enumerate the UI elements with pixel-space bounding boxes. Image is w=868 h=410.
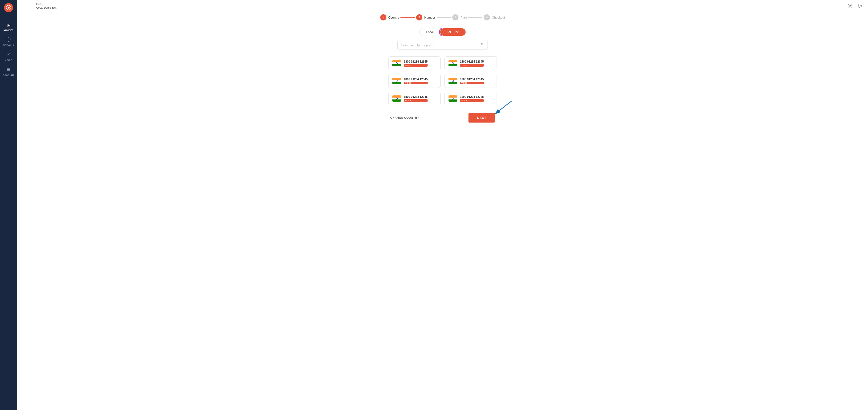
svg-rect-5 xyxy=(7,70,10,71)
svg-point-12 xyxy=(484,45,484,45)
card-badge-2: voice xyxy=(404,82,428,84)
next-button[interactable]: NEXT xyxy=(468,113,495,122)
logout-icon[interactable] xyxy=(857,2,864,11)
search-bar xyxy=(397,41,488,50)
card-badge-1: voice xyxy=(460,64,484,67)
sidebar-item-voice-label: Voice xyxy=(5,59,12,61)
connector-3 xyxy=(468,17,482,18)
step-plan: 3 Plan xyxy=(452,14,467,21)
step-label-number: Number xyxy=(424,16,435,19)
connector-1 xyxy=(400,17,415,18)
flag-india-0 xyxy=(392,60,401,66)
account-icon xyxy=(6,67,11,73)
svg-point-15 xyxy=(484,46,484,46)
flag-india-1 xyxy=(448,60,457,66)
card-badge-0: voice xyxy=(404,64,428,67)
greeting-hello: Hello, xyxy=(36,2,56,6)
sidebar: ⊞ Number Firewall Voice xyxy=(0,0,17,410)
card-number-2: 1800 91234 12345 xyxy=(404,78,428,81)
card-number-5: 1800 91234 12345 xyxy=(460,95,484,98)
card-number-0: 1800 91234 12345 xyxy=(404,60,428,63)
svg-point-13 xyxy=(481,46,482,46)
stepper: ✓ Country 2 Number 3 Plan 4 Checkout xyxy=(380,14,505,21)
svg-point-6 xyxy=(849,5,850,6)
svg-point-14 xyxy=(483,46,483,46)
card-info-0: 1800 91234 12345 voice xyxy=(404,60,428,67)
phone-card-2[interactable]: 1800 91234 12345 voice xyxy=(388,74,441,88)
card-info-2: 1800 91234 12345 voice xyxy=(404,78,428,84)
step-number: 2 Number xyxy=(416,14,435,21)
phone-card-0[interactable]: 1800 91234 12345 voice xyxy=(388,56,441,70)
next-button-container: NEXT xyxy=(468,113,495,122)
card-badge-5: voice xyxy=(460,99,484,102)
card-info-5: 1800 91234 12345 voice xyxy=(460,95,484,102)
sidebar-item-firewall-label: Firewall xyxy=(3,44,14,47)
settings-icon[interactable] xyxy=(846,2,854,11)
toggle-group: Local Toll-Free xyxy=(419,28,466,36)
flag-india-3 xyxy=(448,78,457,84)
phone-card-4[interactable]: 1800 91234 12345 voice xyxy=(388,92,441,106)
sidebar-item-number[interactable]: ⊞ Number xyxy=(0,19,17,34)
flag-india-4 xyxy=(392,95,401,101)
step-label-plan: Plan xyxy=(460,16,467,19)
svg-rect-3 xyxy=(7,68,10,68)
grid-icon[interactable] xyxy=(481,43,485,48)
sidebar-item-account[interactable]: Account xyxy=(0,64,17,79)
sidebar-item-firewall[interactable]: Firewall xyxy=(0,34,17,49)
card-info-3: 1800 91234 12345 voice xyxy=(460,78,484,84)
svg-point-2 xyxy=(8,53,9,55)
sidebar-item-account-label: Account xyxy=(3,74,14,77)
svg-point-10 xyxy=(481,45,482,45)
search-input[interactable] xyxy=(400,43,479,47)
step-circle-checkout: 4 xyxy=(484,14,490,21)
svg-point-9 xyxy=(484,43,484,44)
voice-icon xyxy=(6,52,11,58)
card-badge-3: voice xyxy=(460,82,484,84)
number-icon: ⊞ xyxy=(7,22,11,28)
sidebar-logo xyxy=(0,0,17,15)
logo-icon xyxy=(4,3,13,12)
card-info-4: 1800 91234 12345 voice xyxy=(404,95,428,102)
sidebar-item-number-label: Number xyxy=(4,29,14,31)
phone-cards-grid: 1800 91234 12345 voice 1800 91234 12345 … xyxy=(388,56,497,106)
flag-india-5 xyxy=(448,95,457,101)
card-number-4: 1800 91234 12345 xyxy=(404,95,428,98)
firewall-icon xyxy=(6,37,11,43)
step-circle-number: 2 xyxy=(416,14,422,21)
main-content: Hello, Gobal-Demo Test ✓ Country 2 Numbe… xyxy=(17,0,868,410)
card-info-1: 1800 91234 12345 voice xyxy=(460,60,484,67)
toggle-tollfree[interactable]: Toll-Free xyxy=(440,28,466,36)
svg-point-1 xyxy=(8,7,9,8)
user-greeting: Hello, Gobal-Demo Test xyxy=(36,2,56,10)
phone-card-1[interactable]: 1800 91234 12345 voice xyxy=(444,56,497,70)
step-country: ✓ Country xyxy=(380,14,399,21)
card-number-1: 1800 91234 12345 xyxy=(460,60,484,63)
svg-rect-4 xyxy=(7,69,10,70)
step-checkout: 4 Checkout xyxy=(484,14,505,21)
sidebar-nav: ⊞ Number Firewall Voice xyxy=(0,19,17,79)
topbar xyxy=(843,0,868,12)
svg-point-11 xyxy=(483,45,483,45)
bottom-actions: CHANGE COUNTRY NEXT xyxy=(390,113,495,122)
step-circle-plan: 3 xyxy=(452,14,459,21)
bottom-section: CHANGE COUNTRY NEXT xyxy=(390,112,495,122)
step-label-country: Country xyxy=(388,16,399,19)
toggle-local[interactable]: Local xyxy=(420,28,440,36)
card-number-3: 1800 91234 12345 xyxy=(460,78,484,81)
card-badge-4: voice xyxy=(404,99,428,102)
phone-card-3[interactable]: 1800 91234 12345 voice xyxy=(444,74,497,88)
greeting-name: Gobal-Demo Test xyxy=(36,6,56,9)
sidebar-item-voice[interactable]: Voice xyxy=(0,49,17,64)
svg-point-7 xyxy=(481,43,482,44)
change-country-button[interactable]: CHANGE COUNTRY xyxy=(390,116,419,119)
connector-2 xyxy=(437,17,451,18)
flag-india-2 xyxy=(392,78,401,84)
step-circle-country: ✓ xyxy=(380,14,386,21)
phone-card-5[interactable]: 1800 91234 12345 voice xyxy=(444,92,497,106)
topbar-separator xyxy=(843,3,843,9)
svg-point-8 xyxy=(483,43,483,44)
step-label-checkout: Checkout xyxy=(492,16,505,19)
